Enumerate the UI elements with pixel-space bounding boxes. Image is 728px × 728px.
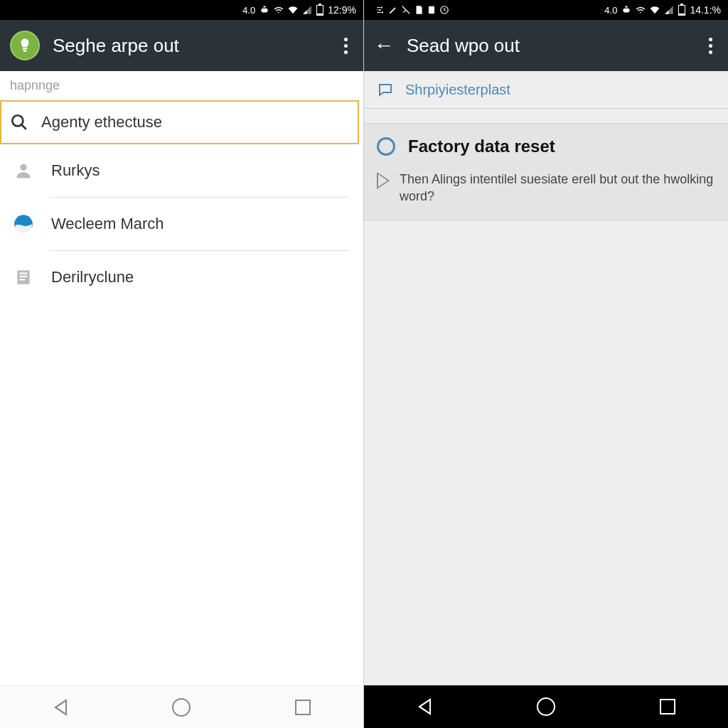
nav-back-icon[interactable]	[396, 698, 453, 715]
phone-screen-right: 4.0 14.1:% ← Sead wpo out Shrpiyiesterpl…	[364, 0, 728, 728]
list-item[interactable]: Rurkys	[10, 144, 363, 197]
no-signal-icon	[401, 5, 411, 15]
section-label: hapnnge	[0, 71, 363, 97]
status-bar: 4.0 14.1:%	[364, 0, 728, 20]
sd-card-icon	[414, 5, 424, 15]
back-arrow-icon[interactable]: ←	[374, 36, 394, 55]
svg-rect-6	[20, 276, 28, 277]
list-area: Rurkys Wecleem March Derilryclune	[0, 144, 363, 304]
edit-icon	[388, 5, 398, 15]
wifi-icon	[636, 5, 646, 15]
svg-point-0	[12, 115, 23, 126]
nav-recents-icon[interactable]	[274, 700, 331, 715]
notification-icon	[427, 5, 437, 15]
nav-recents-icon[interactable]	[639, 699, 696, 714]
help-link-row[interactable]: Shrpiyiesterplast	[364, 71, 728, 109]
overflow-menu-icon[interactable]	[338, 32, 353, 60]
app-bar: Seghe arpe out	[0, 20, 363, 71]
network-label: 4.0	[604, 5, 617, 16]
clock-icon	[439, 5, 449, 15]
nav-back-icon[interactable]	[32, 699, 89, 716]
section-desc-row[interactable]: Then Alings intentilel suesiate erell bu…	[364, 166, 728, 220]
nav-home-icon[interactable]	[518, 697, 574, 716]
app-title: Sead wpo out	[407, 35, 690, 57]
network-label: 4.0	[242, 5, 255, 16]
svg-rect-11	[429, 6, 434, 14]
wifi-full-icon	[288, 5, 298, 15]
status-bar: 4.0 12:9%	[0, 0, 363, 20]
svg-rect-5	[20, 273, 28, 274]
play-icon	[377, 172, 390, 189]
search-box[interactable]: Agenty ethectuse	[0, 100, 359, 144]
settings-section: Factory data reset Then Alings intentile…	[364, 123, 728, 220]
app-title: Seghe arpe out	[53, 35, 326, 57]
svg-point-9	[379, 9, 380, 11]
svg-rect-7	[20, 279, 26, 280]
list-item-label: Rurkys	[51, 161, 100, 180]
wifi-full-icon	[650, 5, 660, 15]
svg-point-10	[382, 11, 383, 13]
nav-bar	[364, 685, 728, 728]
bug-icon	[621, 5, 631, 15]
settings-toggle-icon	[375, 5, 385, 15]
svg-point-2	[20, 164, 26, 171]
help-link-text: Shrpiyiesterplast	[405, 82, 510, 98]
phone-screen-left: 4.0 12:9% Seghe arpe out hapnnge Agenty …	[0, 0, 364, 728]
section-title: Factory data reset	[408, 136, 555, 156]
section-header[interactable]: Factory data reset	[364, 124, 728, 166]
list-item-label: Wecleem March	[51, 215, 164, 233]
svg-point-8	[381, 6, 382, 8]
battery-icon	[316, 5, 323, 16]
battery-percent: 12:9%	[328, 4, 356, 16]
search-text: Agenty ethectuse	[41, 113, 162, 132]
signal-icon	[302, 5, 312, 15]
battery-icon	[678, 5, 685, 16]
person-icon	[13, 160, 34, 181]
search-icon	[10, 113, 28, 132]
battery-percent: 14.1:%	[690, 4, 721, 16]
signal-icon	[664, 5, 674, 15]
nav-bar	[0, 685, 363, 728]
app-bar: ← Sead wpo out	[364, 20, 728, 71]
list-item[interactable]: Derilryclune	[10, 251, 363, 304]
bug-icon	[259, 5, 269, 15]
section-desc: Then Alings intentilel suesiate erell bu…	[400, 171, 715, 205]
radio-icon[interactable]	[377, 137, 395, 156]
list-item[interactable]: Wecleem March	[10, 198, 363, 250]
document-icon	[13, 267, 34, 288]
overflow-menu-icon[interactable]	[703, 32, 718, 60]
chat-icon	[377, 81, 394, 98]
list-item-label: Derilryclune	[51, 268, 134, 287]
wifi-icon	[274, 5, 284, 15]
nav-home-icon[interactable]	[153, 698, 210, 717]
svg-line-1	[21, 124, 26, 129]
app-logo-icon[interactable]	[10, 31, 40, 60]
globe-icon	[13, 213, 34, 235]
